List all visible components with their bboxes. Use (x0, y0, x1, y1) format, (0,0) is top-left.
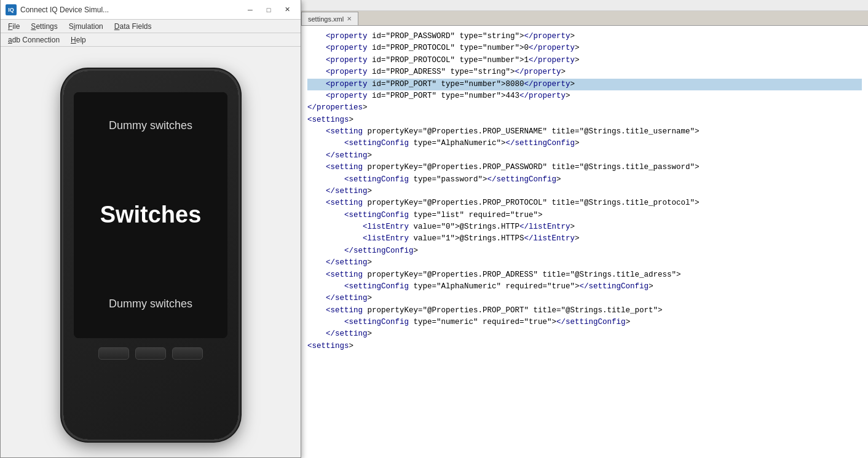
xml-line: <property id="PROP_PORT" type="number">8… (307, 79, 862, 90)
menu-bar-row2: adb Connection Help (1, 33, 301, 47)
screen-main-label: Switches (100, 202, 202, 228)
device-shell: Dummy switches Switches Dummy switches (63, 71, 239, 440)
xml-line: </properties> (307, 102, 862, 114)
device-btn-center[interactable] (135, 347, 166, 360)
maximize-button[interactable]: □ (260, 3, 277, 17)
app-icon-label: IQ (8, 7, 14, 13)
xml-line: <listEntry value="0">@Strings.HTTP</list… (307, 221, 862, 233)
close-button[interactable]: ✕ (278, 3, 296, 17)
device-area: Dummy switches Switches Dummy switches (1, 47, 301, 457)
menu-bar-row1: File Settings Simulation Data Fields (1, 20, 301, 33)
screen-bottom-label: Dummy switches (109, 298, 192, 310)
xml-tab-bar: settings.xml ✕ (301, 11, 868, 26)
window-title: Connect IQ Device Simul... (20, 6, 238, 14)
xml-line: <settings> (307, 114, 862, 126)
xml-editor[interactable]: <property id="PROP_PASSWORD" type="strin… (301, 26, 868, 458)
tab-label: settings.xml (308, 15, 344, 23)
ciq-window: IQ Connect IQ Device Simul... ─ □ ✕ File… (0, 0, 301, 458)
device-screen: Dummy switches Switches Dummy switches (74, 92, 227, 338)
menu-file[interactable]: File (3, 20, 25, 33)
xml-line: </settingConfig> (307, 245, 862, 257)
menu-settings[interactable]: Settings (26, 20, 62, 33)
xml-line: </setting> (307, 257, 862, 269)
menu-adb[interactable]: adb Connection (3, 34, 65, 46)
device-btn-right[interactable] (172, 347, 203, 360)
xml-line: <setting propertyKey="@Properties.PROP_P… (307, 162, 862, 173)
xml-line: <listEntry value="1">@Strings.HTTPS</lis… (307, 233, 862, 245)
xml-tab[interactable]: settings.xml ✕ (301, 12, 358, 25)
minimize-button[interactable]: ─ (242, 3, 259, 17)
xml-line: </setting> (307, 293, 862, 304)
screen-item-top[interactable]: Dummy switches (74, 92, 227, 160)
menu-datafields[interactable]: Data Fields (109, 20, 157, 33)
xml-line: <property id="PROP_PASSWORD" type="strin… (307, 31, 862, 42)
xml-line: <property id="PROP_PROTOCOL" type="numbe… (307, 42, 862, 54)
screen-item-bottom[interactable]: Dummy switches (74, 270, 227, 338)
xml-line: <property id="PROP_PROTOCOL" type="numbe… (307, 55, 862, 66)
xml-line: </setting> (307, 150, 862, 162)
xml-line: <settingConfig type="password"></setting… (307, 174, 862, 186)
xml-line: <setting propertyKey="@Properties.PROP_A… (307, 269, 862, 281)
tab-close-icon[interactable]: ✕ (347, 15, 352, 22)
device-bottom-buttons (98, 347, 203, 360)
xml-line: <settingConfig type="list" required="tru… (307, 210, 862, 221)
xml-lines: <property id="PROP_PASSWORD" type="strin… (307, 31, 862, 352)
xml-line: <settingConfig type="numeric" required="… (307, 317, 862, 328)
xml-line: </setting> (307, 328, 862, 340)
screen-item-main[interactable]: Switches (74, 160, 227, 270)
xml-line: <settingConfig type="AlphaNumeric"></set… (307, 138, 862, 149)
xml-line: <setting propertyKey="@Properties.PROP_P… (307, 305, 862, 317)
device-btn-left[interactable] (98, 347, 129, 360)
xml-line: <property id="PROP_PORT" type="number">4… (307, 90, 862, 102)
xml-line: </setting> (307, 186, 862, 197)
menu-simulation[interactable]: Simulation (64, 20, 108, 33)
menu-help[interactable]: Help (66, 34, 91, 46)
title-bar: IQ Connect IQ Device Simul... ─ □ ✕ (1, 0, 301, 20)
xml-line: <property id="PROP_ADRESS" type="string"… (307, 66, 862, 78)
xml-line: <setting propertyKey="@Properties.PROP_U… (307, 126, 862, 138)
xml-line: <settingConfig type="AlphaNumeric" requi… (307, 281, 862, 293)
xml-line: <settings> (307, 341, 862, 352)
app-icon: IQ (6, 4, 17, 15)
window-controls: ─ □ ✕ (242, 3, 296, 17)
xml-line: <setting propertyKey="@Properties.PROP_P… (307, 197, 862, 209)
screen-top-label: Dummy switches (109, 119, 192, 132)
